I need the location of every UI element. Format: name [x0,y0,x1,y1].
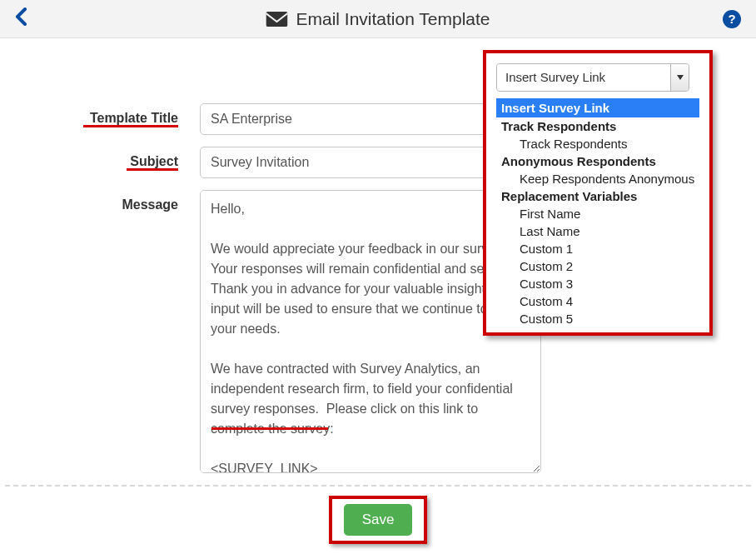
dropdown-option-last-name[interactable]: Last Name [496,222,699,240]
help-button[interactable]: ? [723,10,741,28]
message-label: Message [50,190,200,212]
subject-input[interactable] [200,147,525,178]
dropdown-option-anonymous[interactable]: Keep Respondents Anonymous [496,170,699,187]
annotation-highlight-box: Insert Survey Link Insert Survey Link Tr… [483,50,713,336]
dropdown-group-track: Track Respondents [496,117,699,135]
insert-link-dropdown[interactable]: Insert Survey Link [496,63,689,92]
annotation-underline [83,125,178,127]
template-title-input[interactable] [200,103,525,135]
footer: Save [5,485,751,544]
template-title-label: Template Title [50,103,200,126]
dropdown-group-anonymous: Anonymous Respondents [496,152,699,170]
dropdown-option-first-name[interactable]: First Name [496,205,699,222]
dropdown-list: Insert Survey Link Track Respondents Tra… [496,98,699,331]
dropdown-option-custom2[interactable]: Custom 2 [496,257,699,275]
dropdown-toggle[interactable] [670,64,689,91]
svg-rect-0 [266,12,287,27]
back-button[interactable] [15,6,27,32]
page-title: Email Invitation Template [296,9,490,29]
dropdown-option-custom5[interactable]: Custom 5 [496,310,699,327]
dropdown-group-variables: Replacement Variables [496,187,699,205]
insert-link-dropdown-wrap: Insert Survey Link Insert Survey Link Tr… [483,50,713,336]
dropdown-option-custom3[interactable]: Custom 3 [496,275,699,292]
subject-label: Subject [50,147,200,169]
question-icon: ? [728,12,735,26]
dropdown-option-custom4[interactable]: Custom 4 [496,292,699,310]
dropdown-selected-text: Insert Survey Link [497,64,670,91]
save-button[interactable]: Save [344,504,413,536]
template-title-label-text: Template Title [90,111,178,125]
annotation-highlight-box: Save [329,496,428,544]
chevron-left-icon [15,7,27,26]
dropdown-option-custom1[interactable]: Custom 1 [496,240,699,257]
caret-down-icon [677,75,684,80]
header-title-wrap: Email Invitation Template [266,9,490,29]
mail-icon [266,12,287,27]
dropdown-option-insert-link[interactable]: Insert Survey Link [496,98,699,117]
subject-label-text: Subject [130,154,178,168]
page-header: Email Invitation Template ? [0,0,756,38]
annotation-underline [127,168,178,171]
dropdown-option-track[interactable]: Track Respondents [496,135,699,152]
